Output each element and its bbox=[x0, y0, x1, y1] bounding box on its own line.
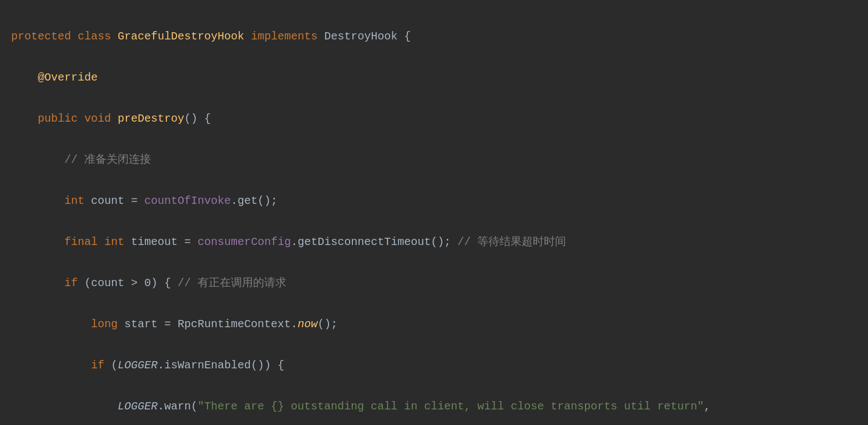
code-line-5: int count = countOfInvoke.get(); bbox=[11, 191, 857, 211]
keyword-void: void bbox=[84, 112, 111, 125]
keyword-int-1: int bbox=[64, 194, 84, 207]
comment-timeout: // 等待结果超时时间 bbox=[457, 236, 566, 248]
keyword-implements: implements bbox=[251, 30, 317, 43]
code-line-9: if (LOGGER.isWarnEnabled()) { bbox=[11, 355, 857, 376]
var-start: start = RpcRuntimeContext. bbox=[124, 318, 297, 331]
logger-ref-1: LOGGER bbox=[118, 359, 158, 372]
keyword-class: class bbox=[78, 30, 111, 43]
if-condition-2: ( bbox=[111, 359, 118, 372]
parens-now-1: (); bbox=[317, 318, 337, 331]
interface-destroyhook: DestroyHook bbox=[324, 30, 397, 43]
keyword-int-2: int bbox=[104, 236, 124, 248]
field-countofinvoke: countOfInvoke bbox=[144, 194, 231, 207]
if-condition-1: (count > 0) { bbox=[84, 277, 178, 289]
code-editor: protected class GracefulDestroyHook impl… bbox=[0, 0, 868, 425]
keyword-if-1: if bbox=[64, 277, 78, 289]
field-consumerconfig: consumerConfig bbox=[198, 236, 291, 248]
var-count: count = bbox=[91, 194, 144, 207]
classname-graceful: GracefulDestroyHook bbox=[118, 30, 244, 43]
code-line-2: @Override bbox=[11, 67, 857, 88]
method-now-1: now bbox=[297, 318, 317, 331]
annotation-override: @Override bbox=[38, 71, 98, 84]
comma-warn: , bbox=[704, 400, 710, 413]
code-line-6: final int timeout = consumerConfig.getDi… bbox=[11, 232, 857, 252]
logger-ref-2: LOGGER bbox=[118, 400, 158, 413]
dot-get: .get(); bbox=[231, 194, 277, 207]
keyword-if-2: if bbox=[91, 359, 104, 372]
keyword-long: long bbox=[91, 318, 118, 331]
dot-warn: .warn( bbox=[158, 400, 198, 413]
brace-open-1: { bbox=[404, 30, 411, 43]
code-line-1: protected class GracefulDestroyHook impl… bbox=[11, 26, 857, 47]
comment-count: // 有正在调用的请求 bbox=[178, 277, 286, 289]
method-predestroy: preDestroy bbox=[118, 112, 184, 125]
comment-prepare: // 准备关闭连接 bbox=[64, 153, 151, 166]
code-line-8: long start = RpcRuntimeContext.now(); bbox=[11, 314, 857, 334]
var-timeout: timeout = bbox=[131, 236, 198, 248]
keyword-protected: protected bbox=[11, 30, 71, 43]
dot-getdisconnect: .getDisconnectTimeout(); bbox=[291, 236, 457, 248]
dot-iswarn: .isWarnEnabled()) { bbox=[158, 359, 284, 372]
code-line-4: // 准备关闭连接 bbox=[11, 149, 857, 170]
code-line-10: LOGGER.warn("There are {} outstanding ca… bbox=[11, 396, 857, 417]
string-warn: "There are {} outstanding call in client… bbox=[198, 400, 704, 413]
keyword-public: public bbox=[38, 112, 78, 125]
keyword-final: final bbox=[64, 236, 98, 248]
parens-1: () { bbox=[184, 112, 211, 125]
code-line-7: if (count > 0) { // 有正在调用的请求 bbox=[11, 273, 857, 293]
code-line-3: public void preDestroy() { bbox=[11, 108, 857, 129]
